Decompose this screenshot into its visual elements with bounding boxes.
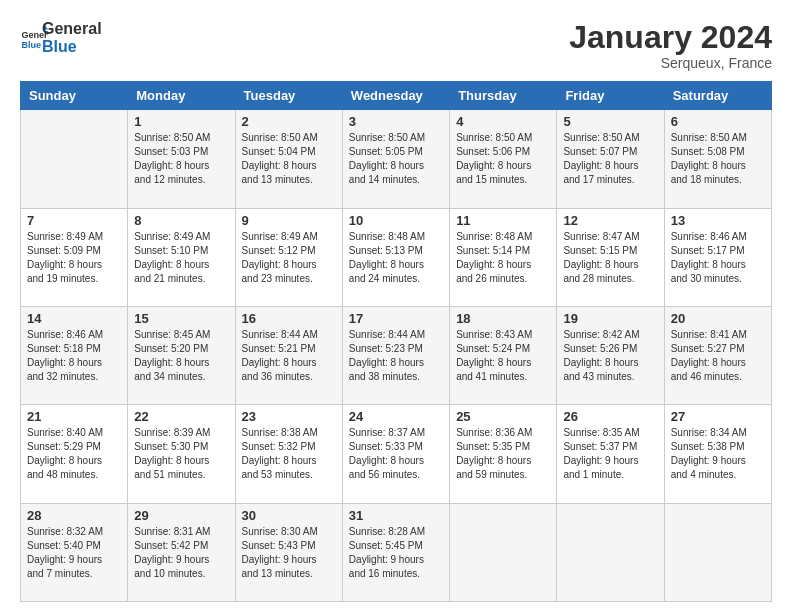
cell-w5-d1: 29 Sunrise: 8:31 AMSunset: 5:42 PMDaylig… <box>128 503 235 601</box>
week-row-2: 7 Sunrise: 8:49 AMSunset: 5:09 PMDayligh… <box>21 208 772 306</box>
cell-w3-d6: 20 Sunrise: 8:41 AMSunset: 5:27 PMDaylig… <box>664 306 771 404</box>
cell-w5-d3: 31 Sunrise: 8:28 AMSunset: 5:45 PMDaylig… <box>342 503 449 601</box>
week-row-4: 21 Sunrise: 8:40 AMSunset: 5:29 PMDaylig… <box>21 405 772 503</box>
col-friday: Friday <box>557 82 664 110</box>
cell-w2-d2: 9 Sunrise: 8:49 AMSunset: 5:12 PMDayligh… <box>235 208 342 306</box>
day-info: Sunrise: 8:46 AMSunset: 5:18 PMDaylight:… <box>27 328 121 384</box>
day-info: Sunrise: 8:47 AMSunset: 5:15 PMDaylight:… <box>563 230 657 286</box>
day-info: Sunrise: 8:50 AMSunset: 5:03 PMDaylight:… <box>134 131 228 187</box>
day-info: Sunrise: 8:43 AMSunset: 5:24 PMDaylight:… <box>456 328 550 384</box>
day-info: Sunrise: 8:42 AMSunset: 5:26 PMDaylight:… <box>563 328 657 384</box>
logo: General Blue General Blue <box>20 20 102 55</box>
month-title: January 2024 <box>569 20 772 55</box>
week-row-5: 28 Sunrise: 8:32 AMSunset: 5:40 PMDaylig… <box>21 503 772 601</box>
day-number: 13 <box>671 213 765 228</box>
cell-w5-d6 <box>664 503 771 601</box>
day-number: 15 <box>134 311 228 326</box>
day-info: Sunrise: 8:45 AMSunset: 5:20 PMDaylight:… <box>134 328 228 384</box>
day-info: Sunrise: 8:39 AMSunset: 5:30 PMDaylight:… <box>134 426 228 482</box>
day-info: Sunrise: 8:49 AMSunset: 5:10 PMDaylight:… <box>134 230 228 286</box>
day-number: 4 <box>456 114 550 129</box>
cell-w2-d5: 12 Sunrise: 8:47 AMSunset: 5:15 PMDaylig… <box>557 208 664 306</box>
day-number: 23 <box>242 409 336 424</box>
col-saturday: Saturday <box>664 82 771 110</box>
day-number: 26 <box>563 409 657 424</box>
day-info: Sunrise: 8:31 AMSunset: 5:42 PMDaylight:… <box>134 525 228 581</box>
day-info: Sunrise: 8:34 AMSunset: 5:38 PMDaylight:… <box>671 426 765 482</box>
cell-w4-d4: 25 Sunrise: 8:36 AMSunset: 5:35 PMDaylig… <box>450 405 557 503</box>
day-info: Sunrise: 8:50 AMSunset: 5:08 PMDaylight:… <box>671 131 765 187</box>
title-block: January 2024 Serqueux, France <box>569 20 772 71</box>
cell-w5-d4 <box>450 503 557 601</box>
day-number: 30 <box>242 508 336 523</box>
cell-w3-d1: 15 Sunrise: 8:45 AMSunset: 5:20 PMDaylig… <box>128 306 235 404</box>
cell-w4-d3: 24 Sunrise: 8:37 AMSunset: 5:33 PMDaylig… <box>342 405 449 503</box>
day-info: Sunrise: 8:41 AMSunset: 5:27 PMDaylight:… <box>671 328 765 384</box>
day-info: Sunrise: 8:49 AMSunset: 5:12 PMDaylight:… <box>242 230 336 286</box>
col-sunday: Sunday <box>21 82 128 110</box>
logo-blue: Blue <box>42 38 102 56</box>
day-number: 5 <box>563 114 657 129</box>
day-info: Sunrise: 8:48 AMSunset: 5:14 PMDaylight:… <box>456 230 550 286</box>
cell-w4-d5: 26 Sunrise: 8:35 AMSunset: 5:37 PMDaylig… <box>557 405 664 503</box>
day-number: 9 <box>242 213 336 228</box>
header: General Blue General Blue January 2024 S… <box>20 20 772 71</box>
day-info: Sunrise: 8:38 AMSunset: 5:32 PMDaylight:… <box>242 426 336 482</box>
cell-w1-d4: 4 Sunrise: 8:50 AMSunset: 5:06 PMDayligh… <box>450 110 557 208</box>
day-number: 16 <box>242 311 336 326</box>
cell-w1-d1: 1 Sunrise: 8:50 AMSunset: 5:03 PMDayligh… <box>128 110 235 208</box>
day-number: 25 <box>456 409 550 424</box>
day-number: 2 <box>242 114 336 129</box>
cell-w3-d2: 16 Sunrise: 8:44 AMSunset: 5:21 PMDaylig… <box>235 306 342 404</box>
day-info: Sunrise: 8:48 AMSunset: 5:13 PMDaylight:… <box>349 230 443 286</box>
cell-w1-d5: 5 Sunrise: 8:50 AMSunset: 5:07 PMDayligh… <box>557 110 664 208</box>
col-tuesday: Tuesday <box>235 82 342 110</box>
day-number: 18 <box>456 311 550 326</box>
day-number: 27 <box>671 409 765 424</box>
day-number: 8 <box>134 213 228 228</box>
day-info: Sunrise: 8:36 AMSunset: 5:35 PMDaylight:… <box>456 426 550 482</box>
svg-text:Blue: Blue <box>21 39 41 49</box>
day-info: Sunrise: 8:32 AMSunset: 5:40 PMDaylight:… <box>27 525 121 581</box>
day-info: Sunrise: 8:50 AMSunset: 5:06 PMDaylight:… <box>456 131 550 187</box>
day-info: Sunrise: 8:28 AMSunset: 5:45 PMDaylight:… <box>349 525 443 581</box>
day-number: 11 <box>456 213 550 228</box>
col-thursday: Thursday <box>450 82 557 110</box>
day-number: 31 <box>349 508 443 523</box>
day-number: 21 <box>27 409 121 424</box>
cell-w3-d5: 19 Sunrise: 8:42 AMSunset: 5:26 PMDaylig… <box>557 306 664 404</box>
day-number: 19 <box>563 311 657 326</box>
cell-w2-d3: 10 Sunrise: 8:48 AMSunset: 5:13 PMDaylig… <box>342 208 449 306</box>
col-wednesday: Wednesday <box>342 82 449 110</box>
day-info: Sunrise: 8:50 AMSunset: 5:07 PMDaylight:… <box>563 131 657 187</box>
cell-w1-d6: 6 Sunrise: 8:50 AMSunset: 5:08 PMDayligh… <box>664 110 771 208</box>
cell-w2-d4: 11 Sunrise: 8:48 AMSunset: 5:14 PMDaylig… <box>450 208 557 306</box>
header-row: Sunday Monday Tuesday Wednesday Thursday… <box>21 82 772 110</box>
cell-w1-d3: 3 Sunrise: 8:50 AMSunset: 5:05 PMDayligh… <box>342 110 449 208</box>
day-number: 1 <box>134 114 228 129</box>
cell-w4-d1: 22 Sunrise: 8:39 AMSunset: 5:30 PMDaylig… <box>128 405 235 503</box>
day-number: 17 <box>349 311 443 326</box>
cell-w4-d2: 23 Sunrise: 8:38 AMSunset: 5:32 PMDaylig… <box>235 405 342 503</box>
cell-w3-d3: 17 Sunrise: 8:44 AMSunset: 5:23 PMDaylig… <box>342 306 449 404</box>
calendar-table: Sunday Monday Tuesday Wednesday Thursday… <box>20 81 772 602</box>
day-number: 29 <box>134 508 228 523</box>
day-info: Sunrise: 8:35 AMSunset: 5:37 PMDaylight:… <box>563 426 657 482</box>
day-number: 22 <box>134 409 228 424</box>
cell-w5-d2: 30 Sunrise: 8:30 AMSunset: 5:43 PMDaylig… <box>235 503 342 601</box>
cell-w5-d5 <box>557 503 664 601</box>
day-info: Sunrise: 8:46 AMSunset: 5:17 PMDaylight:… <box>671 230 765 286</box>
cell-w4-d0: 21 Sunrise: 8:40 AMSunset: 5:29 PMDaylig… <box>21 405 128 503</box>
cell-w4-d6: 27 Sunrise: 8:34 AMSunset: 5:38 PMDaylig… <box>664 405 771 503</box>
location: Serqueux, France <box>569 55 772 71</box>
cell-w2-d6: 13 Sunrise: 8:46 AMSunset: 5:17 PMDaylig… <box>664 208 771 306</box>
day-number: 14 <box>27 311 121 326</box>
day-number: 28 <box>27 508 121 523</box>
calendar-page: General Blue General Blue January 2024 S… <box>0 0 792 612</box>
cell-w2-d0: 7 Sunrise: 8:49 AMSunset: 5:09 PMDayligh… <box>21 208 128 306</box>
day-number: 24 <box>349 409 443 424</box>
cell-w1-d2: 2 Sunrise: 8:50 AMSunset: 5:04 PMDayligh… <box>235 110 342 208</box>
day-number: 6 <box>671 114 765 129</box>
cell-w5-d0: 28 Sunrise: 8:32 AMSunset: 5:40 PMDaylig… <box>21 503 128 601</box>
day-info: Sunrise: 8:40 AMSunset: 5:29 PMDaylight:… <box>27 426 121 482</box>
